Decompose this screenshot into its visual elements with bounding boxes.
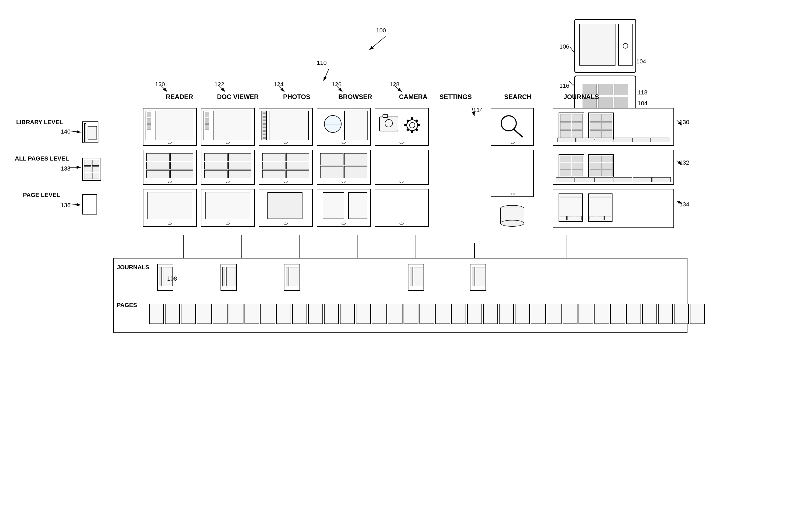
photos-library [259, 108, 313, 146]
ref-136: 136 [61, 202, 71, 209]
ref-110: 110 [317, 59, 327, 66]
ref-108: 108 [167, 275, 177, 282]
docviewer-library [201, 108, 255, 146]
search-page [500, 205, 524, 227]
svg-rect-35 [415, 128, 418, 131]
ref-118: 118 [638, 89, 648, 96]
photos-page [259, 189, 313, 227]
ref-106: 106 [560, 43, 569, 50]
ref-104a: 104 [636, 58, 646, 65]
bottom-journals-label: JOURNALS [117, 264, 149, 271]
ref-140: 140 [61, 128, 71, 135]
device-top [574, 19, 636, 73]
svg-rect-30 [411, 117, 413, 120]
label-library-level: LIBRARY LEVEL [16, 119, 63, 126]
ref-138: 138 [61, 165, 71, 172]
svg-point-29 [409, 123, 415, 128]
camera-library [375, 108, 429, 146]
journal-2 [220, 264, 237, 291]
ref-116: 116 [560, 82, 569, 89]
ref-132: 132 [679, 159, 689, 166]
docviewer-page [201, 189, 255, 227]
reader-all-pages [143, 150, 197, 185]
browser-page [317, 189, 371, 227]
library-level-icon [82, 122, 98, 143]
svg-line-3 [323, 69, 329, 81]
search-library [491, 108, 534, 146]
svg-line-17 [69, 131, 81, 132]
label-all-pages-level: ALL PAGES LEVEL [15, 155, 69, 162]
search-all-pages [491, 150, 534, 197]
journals-library [553, 108, 674, 146]
label-doc-viewer: DOC VIEWER [217, 93, 259, 101]
label-journals-top: JOURNALS [563, 93, 599, 101]
svg-line-39 [514, 129, 522, 137]
svg-rect-36 [406, 128, 409, 131]
ref-128: 128 [390, 81, 400, 88]
label-camera: CAMERA [399, 93, 427, 101]
svg-rect-33 [418, 124, 420, 126]
svg-rect-34 [406, 119, 409, 122]
label-search: SEARCH [504, 93, 531, 101]
label-browser: BROWSER [338, 93, 372, 101]
journal-4 [408, 264, 424, 291]
reader-page [143, 189, 197, 227]
label-page-level: PAGE LEVEL [23, 192, 60, 199]
all-pages-level-icon [82, 158, 101, 181]
photos-all-pages [259, 150, 313, 185]
docviewer-all-pages [201, 150, 255, 185]
camera-page [375, 189, 429, 227]
ref-100: 100 [376, 27, 386, 34]
label-settings: SETTINGS [439, 93, 472, 101]
label-reader: READER [166, 93, 193, 101]
browser-library [317, 108, 371, 146]
page-level-icon [82, 194, 97, 214]
svg-line-2 [369, 37, 386, 50]
svg-rect-31 [411, 130, 413, 133]
svg-line-19 [69, 204, 81, 205]
browser-all-pages [317, 150, 371, 185]
ref-134: 134 [679, 201, 689, 208]
diagram-container: 100 106 104 116 118 104 112 110 120 122 … [0, 0, 812, 531]
svg-rect-37 [415, 119, 418, 122]
svg-rect-32 [404, 124, 407, 126]
reader-library [143, 108, 197, 146]
label-photos: PHOTOS [283, 93, 310, 101]
ref-114: 114 [473, 107, 483, 114]
camera-all-pages [375, 150, 429, 185]
journals-all-pages [553, 150, 674, 185]
journal-5 [470, 264, 486, 291]
ref-130: 130 [679, 119, 689, 126]
ref-124: 124 [274, 81, 284, 88]
journals-page [553, 189, 674, 228]
journal-3 [284, 264, 300, 291]
ref-122: 122 [214, 81, 224, 88]
ref-126: 126 [332, 81, 342, 88]
ref-104b: 104 [638, 100, 648, 107]
ref-120: 120 [155, 81, 165, 88]
bottom-pages-label: PAGES [117, 302, 137, 309]
bottom-container: JOURNALS PAGES [113, 258, 687, 333]
